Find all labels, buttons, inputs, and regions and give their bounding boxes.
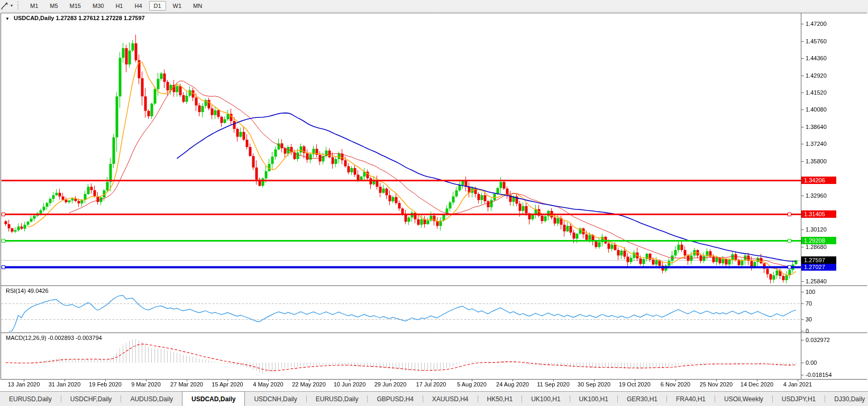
tab-usdjpy-h1[interactable]: USDJPY,H1 bbox=[773, 392, 825, 406]
price-axis-label: 1.30120 bbox=[806, 226, 827, 233]
timeframe-button-m15[interactable]: M15 bbox=[65, 1, 86, 11]
chart-ohlc-values: 1.27283 1.27612 1.27228 1.27597 bbox=[56, 15, 144, 21]
toolbar-grip bbox=[17, 2, 21, 10]
timeframe-buttons: M1M5M15M30H1H4D1W1MN bbox=[24, 1, 208, 11]
rsi-axis-label: 70 bbox=[806, 300, 812, 307]
tab-uk100-h1[interactable]: UK100,H1 bbox=[522, 392, 569, 406]
chart-title: ▼ USDCAD,Daily 1.27283 1.27612 1.27228 1… bbox=[5, 15, 145, 21]
timeframe-button-m30[interactable]: M30 bbox=[88, 1, 108, 11]
timeframe-button-m5[interactable]: M5 bbox=[45, 1, 62, 11]
price-axis-label: 1.35800 bbox=[806, 158, 827, 164]
date-label: 4 Jan 2021 bbox=[773, 381, 822, 387]
price-axis-label: 1.42920 bbox=[806, 72, 827, 79]
level-price-badge: 1.27027 bbox=[801, 263, 836, 271]
timeframe-button-d1[interactable]: D1 bbox=[149, 1, 166, 11]
tab-usdchf-daily[interactable]: USDCHF,Daily bbox=[61, 392, 121, 406]
mt4-window: ▾ M1M5M15M30H1H4D1W1MN ▼ USDCAD,Daily 1.… bbox=[0, 0, 868, 406]
tab-fra40-h1[interactable]: FRA40,H1 bbox=[667, 392, 715, 406]
tab-ger30-h1[interactable]: GER30,H1 bbox=[618, 392, 666, 406]
tab-usoil-weekly[interactable]: USOil,Weekly bbox=[715, 392, 772, 406]
chart-tabbar: EURUSD,DailyUSDCHF,DailyAUDUSD,DailyUSDC… bbox=[0, 391, 868, 406]
tab-xauusd-h4[interactable]: XAUUSD,H4 bbox=[423, 392, 478, 406]
tab-eurusd-daily[interactable]: EURUSD,Daily bbox=[0, 392, 61, 406]
level-price-badge: 1.31405 bbox=[801, 210, 836, 218]
level-price-badge: 1.34206 bbox=[801, 177, 836, 184]
tab-audusd-daily[interactable]: AUDUSD,Daily bbox=[121, 392, 182, 406]
current-price-badge: 1.27597 bbox=[801, 256, 836, 264]
price-axis-label: 1.41520 bbox=[806, 89, 827, 96]
chart-canvas[interactable] bbox=[0, 0, 868, 406]
timeframe-button-w1[interactable]: W1 bbox=[168, 1, 187, 11]
tool-dropdown-caret-icon[interactable]: ▾ bbox=[11, 3, 13, 8]
timeframe-button-m1[interactable]: M1 bbox=[25, 1, 43, 11]
tab-eurusd-daily[interactable]: EURUSD,Daily bbox=[307, 392, 368, 406]
level-price-badge: 1.29208 bbox=[801, 237, 836, 244]
timeframe-button-h1[interactable]: H1 bbox=[111, 1, 127, 11]
collapse-indicator-icon[interactable]: ▼ bbox=[5, 16, 10, 21]
macd-axis-label: 0.032972 bbox=[806, 337, 830, 343]
chart-symbol-label: USDCAD,Daily bbox=[14, 15, 54, 21]
macd-label: MACD(12,26,9) -0.002893 -0.003794 bbox=[6, 335, 102, 341]
price-axis-label: 1.47200 bbox=[806, 21, 827, 27]
timeframe-button-mn[interactable]: MN bbox=[188, 1, 207, 11]
rsi-axis-label: 0 bbox=[806, 328, 809, 334]
rsi-axis-label: 100 bbox=[806, 289, 815, 295]
tab-usdcnh-daily[interactable]: USDCNH,Daily bbox=[245, 392, 306, 406]
price-axis-label: 1.32960 bbox=[806, 192, 827, 199]
price-axis-label: 1.38640 bbox=[806, 124, 827, 130]
tab-uk100-h1[interactable]: UK100,H1 bbox=[570, 392, 617, 406]
price-axis-label: 1.28680 bbox=[806, 244, 827, 250]
tab-dj30-daily[interactable]: DJ30,Daily bbox=[825, 392, 868, 406]
top-toolbar: ▾ M1M5M15M30H1H4D1W1MN bbox=[0, 0, 868, 12]
price-axis-label: 1.40080 bbox=[806, 106, 827, 113]
tab-gbpusd-h4[interactable]: GBPUSD,H4 bbox=[368, 392, 422, 406]
price-axis-label: 1.44360 bbox=[806, 55, 827, 61]
chart-tabs: EURUSD,DailyUSDCHF,DailyAUDUSD,DailyUSDC… bbox=[0, 392, 868, 406]
macd-axis-label: -0.018154 bbox=[806, 372, 832, 378]
macd-axis-label: 0.00 bbox=[806, 359, 817, 366]
price-axis-label: 1.25840 bbox=[806, 278, 827, 284]
tab-usdcad-daily[interactable]: USDCAD,Daily bbox=[182, 391, 245, 406]
timeframe-button-h4[interactable]: H4 bbox=[130, 1, 147, 11]
tab-hk50-h1[interactable]: HK50,H1 bbox=[478, 392, 522, 406]
price-axis-label: 1.37240 bbox=[806, 141, 827, 147]
price-axis-label: 1.45760 bbox=[806, 38, 827, 44]
rsi-label: RSI(14) 49.0426 bbox=[6, 288, 49, 294]
crosshair-line-tool-icon[interactable] bbox=[1, 2, 10, 10]
rsi-axis-label: 30 bbox=[806, 316, 812, 322]
